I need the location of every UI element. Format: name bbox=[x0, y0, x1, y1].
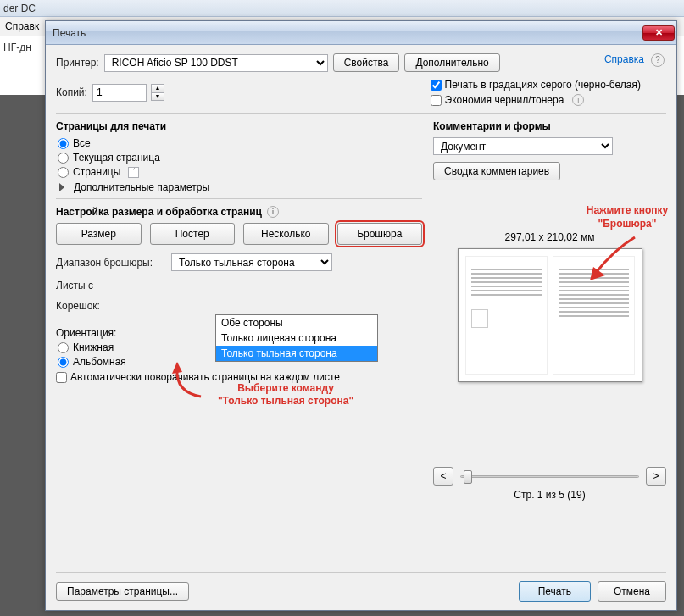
close-button[interactable]: ✕ bbox=[642, 25, 675, 41]
sizing-title: Настройка размера и обработка страниц bbox=[56, 206, 262, 218]
tab-booklet[interactable]: Брошюра bbox=[337, 223, 423, 245]
dropdown-option[interactable]: Только лицевая сторона bbox=[216, 330, 377, 346]
summary-button[interactable]: Сводка комментариев bbox=[433, 162, 560, 180]
annotation-press-button: Нажмите кнопку"Брошюра" bbox=[551, 203, 684, 230]
info-icon[interactable]: i bbox=[267, 206, 279, 218]
pages-range-radio[interactable] bbox=[58, 167, 69, 178]
pages-range-input[interactable] bbox=[128, 167, 139, 178]
preview-counter: Стр. 1 из 5 (19) bbox=[433, 489, 666, 501]
pages-current-radio[interactable] bbox=[58, 153, 69, 164]
copies-up[interactable]: ▲ bbox=[151, 84, 164, 92]
copies-down[interactable]: ▼ bbox=[151, 92, 164, 101]
app-titlebar: der DC bbox=[0, 0, 684, 17]
portrait-radio[interactable] bbox=[58, 342, 69, 353]
pages-range-label: Страницы bbox=[73, 166, 120, 178]
dropdown-option-selected[interactable]: Только тыльная сторона bbox=[216, 346, 377, 361]
more-options-label[interactable]: Дополнительные параметры bbox=[74, 181, 209, 193]
pages-all-radio[interactable] bbox=[58, 138, 69, 149]
pages-current-label: Текущая страница bbox=[73, 152, 160, 164]
svg-marker-0 bbox=[172, 362, 182, 374]
comments-select[interactable]: Документ bbox=[433, 137, 613, 155]
grayscale-label: Печать в градациях серого (черно-белая) bbox=[445, 79, 641, 91]
printer-select[interactable]: RICOH Aficio SP 100 DDST bbox=[104, 54, 328, 72]
print-dialog: Печать ✕ Справка ? Принтер: RICOH Aficio… bbox=[45, 20, 677, 611]
annotation-arrow-icon bbox=[167, 358, 209, 401]
expand-icon[interactable] bbox=[59, 183, 64, 191]
page-setup-button[interactable]: Параметры страницы... bbox=[56, 582, 189, 601]
help-link[interactable]: Справка bbox=[604, 53, 644, 65]
tab-size[interactable]: Размер bbox=[56, 223, 142, 245]
inksave-label: Экономия чернил/тонера bbox=[445, 94, 564, 106]
printer-label: Принтер: bbox=[56, 57, 99, 69]
pages-section-title: Страницы для печати bbox=[56, 120, 422, 132]
tab-poster[interactable]: Постер bbox=[150, 223, 236, 245]
comments-title: Комментарии и формы bbox=[433, 120, 666, 132]
print-button[interactable]: Печать bbox=[519, 581, 591, 602]
info-icon[interactable]: i bbox=[572, 94, 584, 106]
landscape-radio[interactable] bbox=[58, 357, 69, 368]
inksave-checkbox[interactable] bbox=[431, 95, 442, 106]
landscape-label: Альбомная bbox=[73, 356, 126, 368]
annotation-select-command: Выберите команду"Только тыльная сторона" bbox=[192, 382, 379, 408]
cancel-button[interactable]: Отмена bbox=[598, 581, 666, 602]
properties-button[interactable]: Свойства bbox=[333, 53, 400, 72]
advanced-button[interactable]: Дополнительно bbox=[404, 53, 499, 72]
booklet-dropdown-list[interactable]: Обе стороны Только лицевая сторона Тольк… bbox=[215, 314, 378, 362]
toolbar-item[interactable]: Справк bbox=[5, 20, 39, 32]
sheets-label: Листы с bbox=[56, 280, 166, 291]
dialog-title: Печать bbox=[53, 27, 642, 39]
dropdown-option[interactable]: Обе стороны bbox=[216, 315, 377, 330]
booklet-range-select[interactable]: Только тыльная сторона bbox=[171, 253, 332, 271]
spine-label: Корешок: bbox=[56, 300, 166, 312]
preview-prev-button[interactable]: < bbox=[433, 467, 453, 486]
annotation-arrow-icon bbox=[588, 233, 656, 284]
preview-next-button[interactable]: > bbox=[646, 467, 666, 486]
pages-all-label: Все bbox=[73, 137, 91, 149]
booklet-range-label: Диапазон брошюры: bbox=[56, 257, 166, 269]
autorotate-checkbox[interactable] bbox=[56, 372, 67, 383]
copies-input[interactable] bbox=[92, 84, 147, 102]
tab-multi[interactable]: Несколько bbox=[243, 223, 329, 245]
help-icon[interactable]: ? bbox=[651, 53, 665, 67]
portrait-label: Книжная bbox=[73, 341, 114, 353]
preview-slider[interactable] bbox=[460, 469, 639, 484]
copies-label: Копий: bbox=[56, 86, 87, 98]
grayscale-checkbox[interactable] bbox=[431, 80, 442, 91]
